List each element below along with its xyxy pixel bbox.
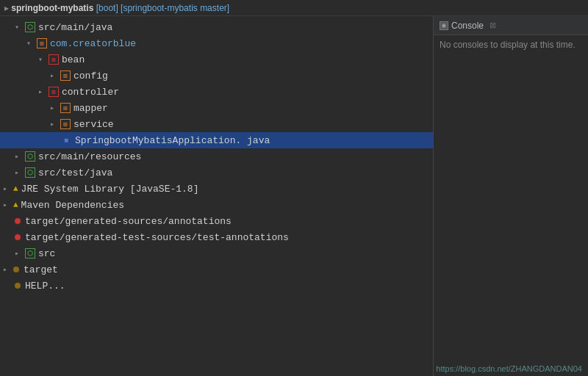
file-tree: ⬡ src/main/java ⊞ com.creatorblue ⊞ bean… <box>0 16 434 376</box>
dot-icon <box>15 234 21 240</box>
item-label: SpringbootMybatisApplication. java <box>75 135 270 146</box>
no-consoles-text: No consoles to display at this time. <box>440 40 576 50</box>
tree-arrow <box>3 200 12 209</box>
package-icon: ⬡ <box>25 167 35 178</box>
package-icon: ⊞ <box>60 103 71 113</box>
item-label: src/main/resources <box>38 151 141 162</box>
tree-arrow <box>3 184 12 193</box>
java-file-icon: ■ <box>60 134 72 146</box>
console-icon: ▣ <box>440 21 448 30</box>
tree-arrow <box>15 23 24 32</box>
list-item[interactable]: ⊞ com.creatorblue <box>0 35 433 51</box>
main-container: ⬡ src/main/java ⊞ com.creatorblue ⊞ bean… <box>0 16 588 376</box>
package-icon: ⬡ <box>25 151 35 162</box>
package-icon: ⊞ <box>37 38 47 48</box>
console-title: ▣ Console ⊠ <box>440 21 496 31</box>
list-item[interactable]: ⬡ src/main/java <box>0 19 433 35</box>
console-label: Console <box>451 21 484 31</box>
list-item[interactable]: ⬡ src/test/java <box>0 164 433 181</box>
list-item[interactable]: ▲ Maven Dependencies <box>0 197 433 213</box>
console-header: ▣ Console ⊠ <box>434 16 588 35</box>
dot-icon <box>15 218 21 224</box>
tree-arrow <box>50 120 59 129</box>
item-label: JRE System Library [JavaSE-1.8] <box>21 184 199 195</box>
dot-icon <box>15 283 21 289</box>
library-icon: ▲ <box>13 200 18 209</box>
tree-arrow <box>15 249 24 258</box>
item-label: controller <box>62 87 119 98</box>
tree-arrow <box>15 168 24 177</box>
package-icon: ⊞ <box>60 119 71 129</box>
tree-arrow-empty <box>50 136 59 145</box>
library-icon: ▲ <box>13 184 18 193</box>
item-label: Maven Dependencies <box>21 200 124 211</box>
item-label: src/main/java <box>38 22 112 33</box>
list-item[interactable]: ⊞ mapper <box>0 100 433 116</box>
tree-arrow <box>50 104 59 112</box>
item-label: bean <box>62 54 85 65</box>
package-icon: ⊞ <box>60 70 71 81</box>
list-item[interactable]: target/generated-test-sources/test-annot… <box>0 229 433 245</box>
item-label: target <box>24 264 58 275</box>
console-close-icon[interactable]: ⊠ <box>490 21 496 30</box>
right-panel: ▣ Console ⊠ No consoles to display at th… <box>434 16 588 376</box>
item-label: com.creatorblue <box>50 38 136 49</box>
footer-url: https://blog.csdn.net/ZHANGDANDAN04 <box>436 364 582 373</box>
tree-arrow <box>3 265 12 274</box>
red-box-icon: ⊞ <box>49 87 59 97</box>
list-item[interactable]: ■ SpringbootMybatisApplication. java <box>0 132 433 148</box>
red-box-icon: ⊞ <box>49 54 59 65</box>
list-item[interactable]: HELP... <box>0 278 433 294</box>
package-icon: ⬡ <box>25 248 35 258</box>
tree-arrow <box>50 71 59 80</box>
list-item[interactable]: ⊞ service <box>0 116 433 132</box>
item-label: mapper <box>74 103 108 114</box>
list-item[interactable]: target/generated-sources/annotations <box>0 213 433 229</box>
item-label: src <box>38 248 55 259</box>
console-body: No consoles to display at this time. <box>434 35 588 376</box>
list-item[interactable]: ⬡ src <box>0 245 433 261</box>
list-item[interactable]: ⬡ src/main/resources <box>0 148 433 164</box>
tree-arrow <box>38 87 47 96</box>
list-item[interactable]: ▲ JRE System Library [JavaSE-1.8] <box>0 181 433 197</box>
item-label: src/test/java <box>38 167 112 178</box>
item-label: target/generated-sources/annotations <box>25 216 232 227</box>
item-label: target/generated-test-sources/test-annot… <box>25 232 289 243</box>
item-label: service <box>74 119 114 130</box>
project-title: ▸ springboot-mybatis [boot] [springboot-… <box>4 3 229 13</box>
tree-arrow <box>38 55 47 64</box>
list-item[interactable]: ⊞ bean <box>0 51 433 68</box>
item-label: HELP... <box>25 281 65 292</box>
list-item[interactable]: target <box>0 261 433 278</box>
dot-icon <box>13 267 19 272</box>
tree-arrow <box>15 152 24 161</box>
top-header: ▸ springboot-mybatis [boot] [springboot-… <box>0 0 588 16</box>
tree-arrow <box>26 39 35 48</box>
item-label: config <box>74 70 108 82</box>
package-icon: ⬡ <box>25 22 35 32</box>
list-item[interactable]: ⊞ config <box>0 68 433 84</box>
list-item[interactable]: ⊞ controller <box>0 84 433 100</box>
